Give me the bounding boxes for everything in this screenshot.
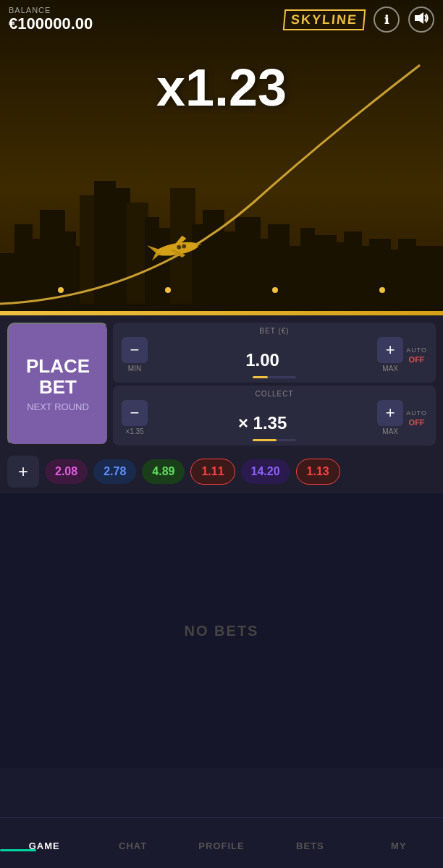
history-chip-3[interactable]: 1.11 <box>190 459 235 485</box>
place-bet-button[interactable]: PLACE BET NEXT ROUND <box>7 323 109 446</box>
bet-auto-label: AUTO <box>406 346 427 354</box>
bet-min-label: MIN <box>128 365 141 373</box>
svg-rect-30 <box>413 246 443 311</box>
header-right: SKYLINE ℹ <box>284 7 434 33</box>
traj-dot-2 <box>165 287 171 293</box>
traj-dot-4 <box>379 287 385 293</box>
bet-progress-fill <box>253 376 268 378</box>
game-area: BALANCE €100000.00 SKYLINE ℹ <box>0 0 443 311</box>
trajectory-dots <box>0 287 443 293</box>
bottom-nav: GAME CHAT PROFILE BETS MY <box>0 817 443 868</box>
collect-progress-bar <box>253 439 296 441</box>
sound-button[interactable] <box>408 7 434 33</box>
add-icon: + <box>18 461 28 482</box>
bet-auto-toggle[interactable]: AUTO OFF <box>406 346 427 364</box>
balance-value: €100000.00 <box>9 14 93 33</box>
svg-rect-23 <box>311 235 337 311</box>
nav-item-game[interactable]: GAME <box>0 835 88 851</box>
nav-underline-game <box>0 849 36 851</box>
betting-panel: PLACE BET NEXT ROUND BET (€) − MIN 1.00 … <box>0 315 443 493</box>
collect-plus-button[interactable]: + <box>377 400 403 426</box>
bet-off-label: OFF <box>409 355 425 364</box>
nav-label-profile: PROFILE <box>198 841 244 851</box>
bet-row: PLACE BET NEXT ROUND BET (€) − MIN 1.00 … <box>7 323 436 446</box>
bet-value: 1.00 <box>148 350 377 370</box>
bet-max-label: MAX <box>382 365 398 373</box>
bet-controls: BET (€) − MIN 1.00 + MAX AUTO OFF <box>113 323 436 446</box>
nav-label-bets: BETS <box>296 841 324 851</box>
history-chip-2[interactable]: 4.89 <box>142 459 185 484</box>
traj-dot-1 <box>58 287 64 293</box>
collect-value: × 1.35 <box>148 413 377 433</box>
collect-control-row: COLLECT − ×1.35 × 1.35 + MAX AUTO OFF <box>113 386 436 446</box>
nav-label-my: MY <box>391 841 407 851</box>
svg-rect-5 <box>40 210 65 311</box>
collect-max-label: MAX <box>382 427 398 435</box>
info-icon: ℹ <box>384 13 389 27</box>
history-chip-4[interactable]: 14.20 <box>241 459 290 484</box>
header: BALANCE €100000.00 SKYLINE ℹ <box>0 0 443 39</box>
place-bet-sub: NEXT ROUND <box>27 401 89 412</box>
collect-right: + MAX <box>377 400 403 435</box>
nav-item-bets[interactable]: BETS <box>266 835 354 851</box>
history-chip-1[interactable]: 2.78 <box>93 459 136 484</box>
balance-label: BALANCE <box>9 6 93 14</box>
info-button[interactable]: ℹ <box>374 7 400 33</box>
add-bet-button[interactable]: + <box>7 456 39 488</box>
history-row: + 2.08 2.78 4.89 1.11 14.20 1.13 <box>7 450 436 493</box>
bet-minus-button[interactable]: − <box>122 337 148 363</box>
bet-left: − MIN <box>122 337 148 373</box>
history-chip-0[interactable]: 2.08 <box>45 459 88 484</box>
multiplier-display: x1.23 <box>156 58 287 117</box>
nav-item-my[interactable]: MY <box>355 835 443 851</box>
nav-label-chat: CHAT <box>119 841 147 851</box>
collect-auto-label: AUTO <box>406 409 427 417</box>
collect-progress-fill <box>253 439 277 441</box>
bet-progress-bar <box>253 376 296 378</box>
no-bets-text: NO BETS <box>185 623 259 639</box>
bet-plus-button[interactable]: + <box>377 337 403 363</box>
bet-label: BET (€) <box>259 327 289 335</box>
nav-item-chat[interactable]: CHAT <box>88 835 177 851</box>
place-bet-text: PLACE BET <box>26 356 90 397</box>
balance-section: BALANCE €100000.00 <box>9 6 93 33</box>
main-content: NO BETS <box>0 493 443 768</box>
nav-item-profile[interactable]: PROFILE <box>177 835 266 851</box>
svg-marker-0 <box>415 12 423 24</box>
collect-auto-toggle[interactable]: AUTO OFF <box>406 409 427 427</box>
bet-right: + MAX <box>377 337 403 373</box>
collect-minus-button[interactable]: − <box>122 400 148 426</box>
bet-control-row: BET (€) − MIN 1.00 + MAX AUTO OFF <box>113 323 436 383</box>
history-chip-5[interactable]: 1.13 <box>296 459 340 485</box>
collect-off-label: OFF <box>409 418 425 427</box>
logo: SKYLINE <box>283 9 366 30</box>
sound-icon <box>414 12 429 27</box>
collect-label: COLLECT <box>255 390 293 398</box>
svg-rect-31 <box>0 304 443 311</box>
svg-rect-18 <box>235 217 261 311</box>
collect-x-label: ×1.35 <box>125 427 143 435</box>
traj-dot-3 <box>272 287 278 293</box>
collect-left: − ×1.35 <box>122 400 148 435</box>
